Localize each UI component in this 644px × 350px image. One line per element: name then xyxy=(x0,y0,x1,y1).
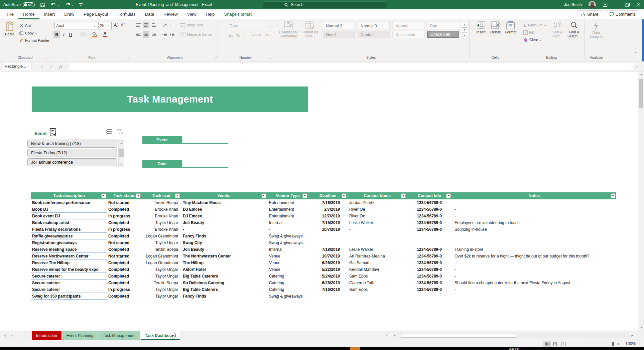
cell-contact-name[interactable]: - xyxy=(347,226,407,233)
cell-contact-info[interactable]: 1234-56789-0 xyxy=(407,219,452,226)
cell-task-description[interactable]: Reserve venue for the beauty expo xyxy=(31,266,107,273)
cell-vendor[interactable]: DJ Emcee xyxy=(181,206,267,213)
cell-notes[interactable]: Sourcing in-house xyxy=(452,226,616,233)
cell-contact-info[interactable]: 1234-56789-0 xyxy=(407,213,452,219)
slicer-scroll-thumb[interactable] xyxy=(119,149,124,157)
cell-task-description[interactable]: Secure caterer xyxy=(31,280,107,286)
font-color-button[interactable]: A xyxy=(103,32,107,37)
cell-task-status[interactable]: Completed xyxy=(107,273,142,280)
cell-task-lead[interactable]: Taylor Ungar xyxy=(142,266,181,273)
hscroll-left-icon[interactable] xyxy=(392,333,397,338)
cell-vendor-type[interactable]: Catering xyxy=(267,286,308,293)
customize-toolbar-icon[interactable] xyxy=(79,3,83,7)
cell-notes[interactable] xyxy=(452,239,616,246)
cell-task-description[interactable]: Swag for 350 participants xyxy=(31,293,107,300)
cell-vendor-type[interactable]: Venue xyxy=(267,259,308,266)
cell-deadline[interactable]: 5/22/2019 xyxy=(308,266,347,273)
cell-vendor-type[interactable]: Entertainment xyxy=(267,213,308,219)
table-row[interactable]: Reserve Northwestern Center Not started … xyxy=(31,253,616,259)
cell-vendor[interactable]: Big Table Caterers xyxy=(181,286,267,293)
filter-dropdown-button[interactable] xyxy=(136,193,141,198)
copy-button[interactable]: Copy ⌄ xyxy=(19,30,37,36)
cell-vendor-type[interactable]: Entertainment xyxy=(267,206,308,213)
cell-task-lead[interactable]: Taylor Ungar xyxy=(142,239,181,246)
cell-deadline[interactable]: 6/26/2019 xyxy=(308,259,347,266)
number-format-combo[interactable]: Date⌄ xyxy=(228,22,269,30)
gallery-down-icon[interactable] xyxy=(462,27,467,33)
table-row[interactable]: Book conference performance Not started … xyxy=(31,199,616,206)
cell-vendor[interactable]: The Hilltop xyxy=(181,259,267,266)
cell-contact-info[interactable]: 1234-56789-0 xyxy=(407,199,452,206)
table-row[interactable]: Reserve The Hilltop Completed Logan Gran… xyxy=(31,259,616,266)
cell-task-status[interactable]: In progress xyxy=(107,226,142,233)
cell-style-option[interactable]: Normal 2 xyxy=(323,22,355,29)
increase-font-icon[interactable]: A˄ xyxy=(114,22,118,28)
clear-button[interactable]: Clear ⌄ xyxy=(523,37,542,43)
cell-contact-info[interactable]: 1234-56789-0 xyxy=(407,246,452,253)
autosum-button[interactable]: Σ AutoSum ⌄ xyxy=(523,22,546,28)
cell-notes[interactable]: Should find a cheaper caterer for the ne… xyxy=(452,280,616,286)
cell-contact-name[interactable] xyxy=(347,293,407,300)
cell-contact-info[interactable]: 1234-56789-0 xyxy=(407,266,452,273)
slicer-item[interactable]: Brow & arch training (7/18) xyxy=(27,140,117,148)
cell-notes[interactable]: Training in-store xyxy=(452,246,616,253)
share-button[interactable]: Share xyxy=(577,10,602,18)
zoom-in-icon[interactable]: + xyxy=(617,341,620,347)
ribbon-tab[interactable]: Review xyxy=(159,9,182,19)
ribbon-tab[interactable]: Shape Format xyxy=(220,9,256,19)
page-layout-view-icon[interactable] xyxy=(551,341,559,347)
cell-contact-info[interactable]: 1234-56789-0 xyxy=(407,206,452,213)
cell-notes[interactable] xyxy=(452,293,616,300)
cell-vendor-type[interactable]: Catering xyxy=(267,280,308,286)
cell-vendor-type[interactable]: Swag & giveaways xyxy=(267,239,308,246)
cell-vendor[interactable]: Swag City xyxy=(181,239,267,246)
increase-decimal-icon[interactable]: ←.0.00 xyxy=(252,33,261,37)
align-center-icon[interactable] xyxy=(143,31,149,38)
ribbon-tab[interactable]: Draw xyxy=(59,9,79,19)
comma-button[interactable]: , xyxy=(243,32,244,38)
ribbon-display-options-icon[interactable] xyxy=(603,2,608,7)
merge-center-button[interactable]: Merge & Center ⌄ xyxy=(180,31,216,37)
cell-contact-name[interactable]: Leslie Walker xyxy=(347,219,407,226)
bold-button[interactable]: B xyxy=(53,31,60,38)
cell-task-description[interactable]: Registration giveaways xyxy=(31,239,107,246)
cell-vendor[interactable]: Aldorf Hotel xyxy=(181,266,267,273)
cell-task-lead[interactable]: Brooke Khan xyxy=(142,206,181,213)
font-color-dropdown[interactable]: ⌄ xyxy=(108,33,110,36)
cell-task-status[interactable]: Completed xyxy=(107,246,142,253)
increase-indent-icon[interactable] xyxy=(169,31,175,38)
table-row[interactable]: Fiesta Friday decorations In progress Br… xyxy=(31,226,616,233)
cell-notes[interactable]: - xyxy=(452,206,616,213)
cell-vendor-type[interactable]: Catering xyxy=(267,273,308,280)
user-avatar[interactable] xyxy=(589,1,596,8)
cell-contact-info[interactable] xyxy=(407,293,452,300)
insert-cells-button[interactable]: Insert ⌄ xyxy=(474,21,488,37)
cell-deadline[interactable]: 10/7/2019 xyxy=(308,253,347,259)
sheet-tab[interactable]: Introduction xyxy=(32,331,61,340)
cell-vendor[interactable]: DJ Emcee xyxy=(181,213,267,219)
cell-style-option[interactable]: Bad xyxy=(427,22,459,29)
new-sheet-button[interactable]: + xyxy=(170,333,176,339)
decrease-font-icon[interactable]: A˅ xyxy=(121,23,125,27)
minimize-button[interactable] xyxy=(614,3,619,7)
find-select-button[interactable]: Find & Select ⌄ xyxy=(566,21,582,39)
cell-deadline[interactable]: 6/28/2019 xyxy=(308,280,347,286)
cell-task-description[interactable]: Book event DJ xyxy=(31,213,107,219)
borders-dropdown[interactable]: ⌄ xyxy=(86,33,89,36)
cell-contact-name[interactable]: Sam Epps xyxy=(347,286,407,293)
name-box[interactable]: Rectangle... xyxy=(3,63,31,70)
gallery-more-icon[interactable]: ▾ xyxy=(462,33,467,38)
cell-style-option[interactable]: Normal 3 xyxy=(358,22,390,29)
wrap-text-button[interactable]: Wrap Text xyxy=(180,22,203,28)
cell-deadline[interactable] xyxy=(308,233,347,239)
cell-notes[interactable]: - xyxy=(452,213,616,219)
cell-deadline[interactable]: 10/7/2019 xyxy=(308,226,347,233)
table-row[interactable]: Reserve meeting space Completed Tenzin S… xyxy=(31,246,616,253)
filter-dropdown-button[interactable] xyxy=(401,193,406,198)
cell-task-description[interactable]: Fiesta Friday decorations xyxy=(31,226,107,233)
cell-contact-info[interactable] xyxy=(407,233,452,239)
filter-dropdown-button[interactable] xyxy=(446,193,451,198)
table-row[interactable]: Swag for 350 participants Completed Tayl… xyxy=(31,293,616,300)
cell-task-lead[interactable]: Taylor Ungar xyxy=(142,219,181,226)
cell-vendor-type[interactable]: Venue xyxy=(267,266,308,273)
